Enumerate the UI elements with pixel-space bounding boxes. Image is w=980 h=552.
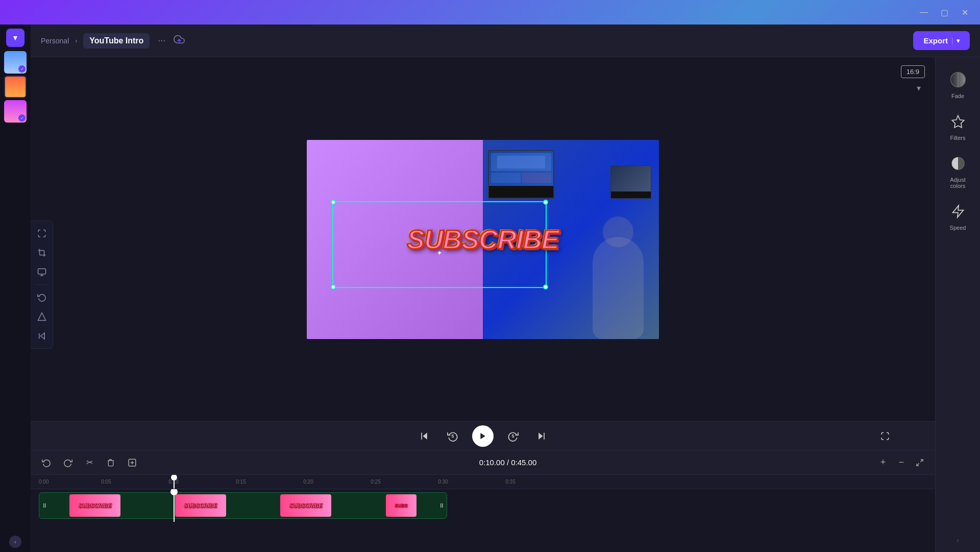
ruler-mark-20: 0:20 [275, 479, 342, 485]
fade-effect-item[interactable]: Fade [940, 65, 976, 103]
clip-thumb-1: SUBSCRIBE [69, 494, 120, 517]
content-area: 16:9 [31, 57, 980, 552]
play-button[interactable] [472, 425, 494, 447]
adjust-colors-label: Adjust colors [944, 177, 972, 189]
video-frame: ✦ ✦ SUBSCRIBE [307, 140, 659, 339]
svg-marker-3 [40, 333, 44, 339]
resize-tool[interactable] [34, 225, 50, 242]
app-header: Personal › YouTube Intro ··· Export ▾ [31, 25, 980, 57]
svg-line-13 [920, 460, 923, 462]
timeline-time-display: 0:10.00 / 0:45.00 [146, 458, 870, 467]
svg-rect-1 [38, 269, 45, 274]
svg-rect-9 [544, 433, 545, 439]
video-canvas: 16:9 [31, 57, 935, 421]
svg-marker-7 [480, 433, 485, 439]
export-button[interactable]: Export ▾ [913, 31, 970, 50]
title-bar: — ▢ ✕ [0, 0, 980, 25]
clip-left-handle[interactable]: ⏸ [41, 500, 47, 511]
fade-label: Fade [951, 93, 964, 99]
svg-line-14 [917, 463, 919, 466]
right-effects-panel: Fade Filters [935, 57, 980, 552]
breadcrumb-arrow: › [75, 37, 77, 44]
svg-marker-8 [538, 433, 543, 439]
rewind-5s-button[interactable]: 5 [444, 427, 462, 445]
filters-label: Filters [950, 135, 966, 141]
speed-effect-item[interactable]: Speed [940, 197, 976, 235]
playhead-ruler [174, 475, 175, 489]
aspect-ratio-badge[interactable]: 16:9 [901, 65, 925, 78]
collapse-right-panel[interactable]: › [957, 537, 959, 544]
collapse-timeline-button[interactable]: ▾ [913, 82, 925, 94]
minimize-button[interactable]: — [917, 5, 931, 19]
zoom-in-button[interactable]: + [876, 455, 890, 470]
back-tool[interactable] [34, 328, 50, 344]
timeline-clip-main[interactable]: ⏸ SUBSCRIBE SUBSCRIBE SUBSCR [39, 492, 447, 519]
filters-icon [948, 111, 968, 132]
clip-thumb-4: SUBS [386, 494, 416, 517]
side-panel: ▼ ✓ ✓ ‹ [0, 25, 31, 552]
cut-button[interactable]: ✂ [82, 455, 97, 470]
ruler-mark-0: 0:00 [39, 479, 72, 485]
panel-toggle[interactable]: ▼ [6, 29, 24, 47]
svg-marker-2 [38, 313, 45, 321]
tool-divider [36, 284, 48, 285]
handle-bottom-left[interactable] [331, 284, 336, 290]
clip-right-handle[interactable]: ⏸ [438, 500, 445, 511]
media-thumbnail-1[interactable]: ✓ [4, 51, 27, 74]
ruler-mark-5: 0:05 [72, 479, 140, 485]
thumb-check-3: ✓ [18, 114, 26, 122]
thumb-bg-2 [5, 77, 26, 97]
crop-tool[interactable] [34, 245, 50, 261]
timeline-ruler: 0:00 0:05 0:10 0:15 0:20 0:25 0:30 0:35 [31, 475, 935, 489]
playhead-tracks [174, 489, 175, 522]
breadcrumb-personal[interactable]: Personal [41, 37, 69, 45]
app-window: Personal › YouTube Intro ··· Export ▾ 16… [31, 25, 980, 552]
filters-effect-item[interactable]: Filters [940, 107, 976, 145]
handle-bottom-right[interactable] [543, 284, 548, 290]
more-menu-button[interactable]: ··· [154, 33, 169, 48]
ruler-mark-25: 0:25 [342, 479, 409, 485]
flip-tool[interactable] [34, 308, 50, 325]
timeline-area: ✂ 0:10.00 / 0:45.00 [31, 450, 935, 552]
adjust-colors-icon [948, 153, 968, 174]
playback-controls: 5 5 [31, 421, 935, 450]
fullscreen-button[interactable] [876, 427, 894, 445]
subscribe-text-overlay: SUBSCRIBE [407, 224, 558, 255]
skip-to-start-button[interactable] [415, 427, 433, 445]
handle-top-left[interactable] [331, 200, 336, 205]
svg-rect-6 [421, 433, 422, 439]
clip-thumb-2: SUBSCRIBE [175, 494, 226, 517]
fade-icon [948, 69, 968, 90]
adjust-colors-item[interactable]: Adjust colors [940, 149, 976, 193]
maximize-button[interactable]: ▢ [937, 5, 951, 19]
close-button[interactable]: ✕ [958, 5, 972, 19]
collapse-left-panel[interactable]: ‹ [9, 536, 21, 548]
undo-button[interactable] [39, 455, 54, 470]
skip-to-end-button[interactable] [532, 427, 551, 445]
ruler-mark-15: 0:15 [207, 479, 275, 485]
thumb-check-1: ✓ [18, 65, 26, 73]
add-clip-button[interactable] [125, 455, 140, 470]
fit-timeline-button[interactable] [913, 455, 927, 470]
clip-thumb-3: SUBSCRIBE [280, 494, 331, 517]
zoom-out-button[interactable]: − [894, 455, 909, 470]
main-video-area: 16:9 [31, 57, 935, 552]
redo-button[interactable] [60, 455, 76, 470]
timeline-scroll-area: 0:00 0:05 0:10 0:15 0:20 0:25 0:30 0:35 [31, 475, 935, 552]
tool-panel [31, 221, 53, 349]
svg-marker-5 [423, 433, 427, 439]
handle-top-right[interactable] [543, 200, 548, 205]
media-thumbnail-2[interactable] [4, 76, 27, 98]
forward-5s-button[interactable]: 5 [504, 427, 522, 445]
zoom-controls: + − [876, 455, 927, 470]
display-tool[interactable] [34, 264, 50, 280]
media-thumbnail-3[interactable]: ✓ [4, 100, 27, 123]
project-title[interactable]: YouTube Intro [83, 33, 150, 49]
timeline-tracks: ⏸ SUBSCRIBE SUBSCRIBE SUBSCR [31, 489, 935, 522]
track-row-1: ⏸ SUBSCRIBE SUBSCRIBE SUBSCR [31, 489, 935, 522]
timeline-toolbar: ✂ 0:10.00 / 0:45.00 [31, 450, 935, 475]
ruler-mark-30: 0:30 [409, 479, 477, 485]
rotate-tool[interactable] [34, 289, 50, 305]
cloud-sync-icon[interactable] [174, 34, 185, 47]
delete-button[interactable] [103, 455, 118, 470]
